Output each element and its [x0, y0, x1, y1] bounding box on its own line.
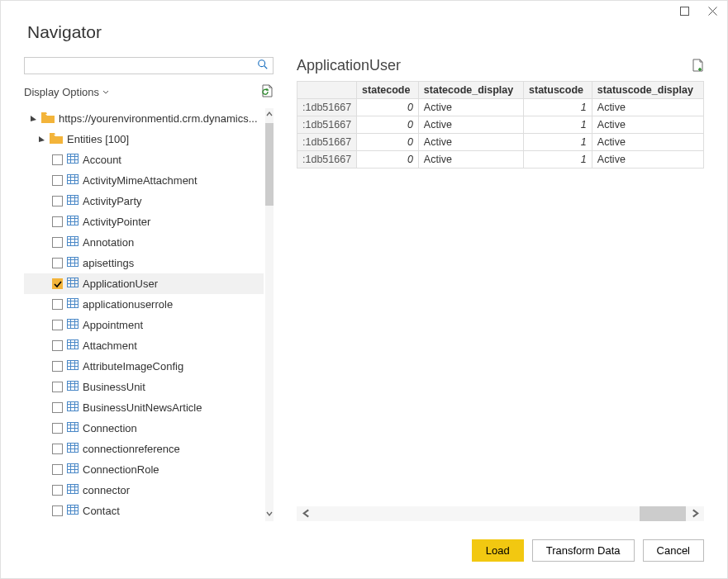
- search-input[interactable]: [25, 58, 253, 74]
- cell: 0: [357, 134, 419, 151]
- entity-checkbox[interactable]: [52, 175, 63, 186]
- table-icon: [67, 195, 79, 207]
- column-header[interactable]: [297, 82, 357, 99]
- entity-label: BusinessUnitNewsArticle: [83, 401, 202, 414]
- table-icon: [67, 154, 79, 166]
- entity-checkbox[interactable]: [52, 423, 63, 434]
- tree-entity-item[interactable]: Account: [24, 149, 264, 170]
- table-row[interactable]: :1db516670Active1Active: [297, 116, 704, 134]
- entity-checkbox[interactable]: [52, 258, 63, 268]
- table-row[interactable]: :1db516670Active1Active: [297, 151, 704, 168]
- entity-checkbox[interactable]: [52, 299, 63, 310]
- entity-checkbox[interactable]: [52, 505, 63, 516]
- tree-entity-item[interactable]: ActivityParty: [24, 191, 264, 211]
- entity-label: ApplicationUser: [83, 278, 158, 290]
- entity-checkbox[interactable]: [52, 485, 63, 496]
- tree-entity-item[interactable]: applicationuserrole: [24, 294, 264, 315]
- table-icon: [67, 216, 79, 228]
- table-row[interactable]: :1db516670Active1Active: [297, 134, 704, 151]
- entity-checkbox[interactable]: [52, 464, 63, 475]
- tree-entity-item[interactable]: ApplicationUser: [24, 273, 264, 294]
- tree-scrollbar[interactable]: [265, 108, 274, 521]
- cell: :1db51667: [297, 134, 357, 151]
- table-icon: [67, 401, 79, 414]
- entity-label: Annotation: [83, 236, 134, 249]
- tree-entity-item[interactable]: apisettings: [24, 253, 264, 273]
- close-icon[interactable]: [706, 6, 719, 18]
- search-input-wrap[interactable]: [24, 57, 274, 74]
- scroll-thumb[interactable]: [265, 123, 274, 206]
- entity-checkbox[interactable]: [52, 444, 63, 454]
- preview-title: ApplicationUser: [297, 57, 401, 74]
- column-header[interactable]: statecode_display: [418, 82, 523, 99]
- entity-checkbox[interactable]: [52, 237, 63, 248]
- tree-entity-item[interactable]: connectionreference: [24, 439, 264, 459]
- load-button[interactable]: Load: [472, 539, 524, 562]
- entity-checkbox[interactable]: [52, 361, 63, 372]
- tree-entity-item[interactable]: AttributeImageConfig: [24, 356, 264, 377]
- folder-icon: [41, 112, 55, 126]
- tree-entity-item[interactable]: Contact: [24, 501, 264, 521]
- cell: 1: [524, 134, 592, 151]
- tree-entities-node[interactable]: Entities [100]: [24, 129, 264, 149]
- svg-rect-8: [68, 175, 79, 184]
- table-row[interactable]: :1db516670Active1Active: [297, 99, 704, 116]
- cell: Active: [418, 134, 523, 151]
- maximize-icon[interactable]: [678, 6, 691, 18]
- tree-entity-item[interactable]: BusinessUnit: [24, 377, 264, 397]
- add-column-icon[interactable]: [691, 59, 704, 74]
- tree-entity-item[interactable]: BusinessUnitNewsArticle: [24, 397, 264, 418]
- column-header[interactable]: statuscode: [524, 82, 592, 99]
- search-icon[interactable]: [253, 59, 273, 73]
- tree-entity-item[interactable]: ConnectionRole: [24, 459, 264, 480]
- preview-hscrollbar[interactable]: [297, 506, 704, 521]
- entity-checkbox[interactable]: [52, 216, 63, 227]
- entity-checkbox[interactable]: [52, 382, 63, 392]
- entity-checkbox[interactable]: [52, 154, 63, 165]
- tree-entity-item[interactable]: Attachment: [24, 335, 264, 356]
- table-icon: [67, 381, 79, 393]
- transform-data-button[interactable]: Transform Data: [532, 539, 635, 562]
- scroll-down-arrow[interactable]: [265, 508, 274, 521]
- entity-checkbox[interactable]: [52, 320, 63, 330]
- entity-label: ActivityParty: [83, 195, 142, 207]
- svg-rect-58: [68, 382, 79, 391]
- tree-entity-item[interactable]: connector: [24, 480, 264, 501]
- svg-line-2: [264, 66, 268, 69]
- collapse-caret-icon[interactable]: [37, 135, 45, 144]
- column-header[interactable]: statecode: [357, 82, 419, 99]
- cell: Active: [592, 116, 703, 134]
- tree-entity-item[interactable]: ActivityMimeAttachment: [24, 170, 264, 191]
- scroll-left-arrow[interactable]: [297, 507, 315, 520]
- refresh-preview-icon[interactable]: [260, 84, 274, 100]
- tree-entity-item[interactable]: ActivityPointer: [24, 211, 264, 232]
- table-icon: [67, 463, 79, 476]
- tree-entity-item[interactable]: Appointment: [24, 315, 264, 335]
- entity-checkbox[interactable]: [52, 402, 63, 413]
- display-options-dropdown[interactable]: Display Options: [24, 86, 109, 98]
- table-icon: [67, 422, 79, 434]
- entity-checkbox[interactable]: [52, 196, 63, 206]
- svg-rect-43: [68, 320, 79, 329]
- entity-label: connectionreference: [83, 443, 180, 455]
- svg-rect-68: [68, 423, 79, 432]
- collapse-caret-icon[interactable]: [29, 115, 37, 123]
- cancel-button[interactable]: Cancel: [643, 539, 704, 562]
- scroll-up-arrow[interactable]: [265, 108, 274, 121]
- hscroll-thumb[interactable]: [640, 506, 686, 521]
- entity-checkbox[interactable]: [52, 340, 63, 351]
- svg-rect-28: [68, 258, 79, 267]
- scroll-right-arrow[interactable]: [686, 507, 704, 520]
- table-icon: [67, 339, 79, 352]
- navigator-tree[interactable]: https://yourenvironmentid.crm.dynamics..…: [24, 108, 264, 521]
- table-icon: [67, 278, 79, 290]
- entity-label: ConnectionRole: [83, 463, 159, 476]
- entity-checkbox[interactable]: [52, 278, 63, 289]
- tree-root-node[interactable]: https://yourenvironmentid.crm.dynamics..…: [24, 108, 264, 129]
- column-header[interactable]: statuscode_display: [592, 82, 703, 99]
- tree-entity-item[interactable]: Connection: [24, 418, 264, 439]
- svg-rect-18: [68, 216, 79, 225]
- cell: Active: [592, 134, 703, 151]
- cell: 0: [357, 99, 419, 116]
- tree-entity-item[interactable]: Annotation: [24, 232, 264, 253]
